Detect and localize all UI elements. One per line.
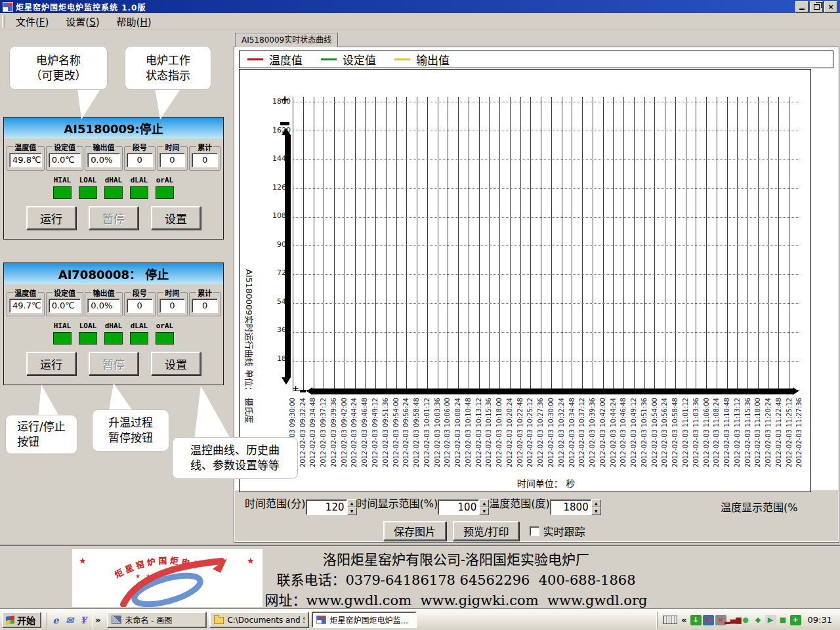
x-tick: 2012-02-03 10:42:00 [598, 398, 608, 475]
x-tick-label: 2012-02-03 10:49:12 [631, 398, 637, 467]
footer: ★ ★ 炬星窑炉国炬电炉 ★★★★★ 洛阳炬星窑炉有限公司-洛阳国炬实验电炉厂 … [0, 545, 840, 609]
furnace-control-button[interactable]: 设置 [151, 352, 201, 375]
spinner-value[interactable]: 1800 [550, 499, 591, 515]
x-tick: 2012-02-03 09:56:24 [401, 398, 411, 475]
spinner-label: 时间显示范围(%) [357, 495, 438, 511]
spin-up-icon[interactable] [479, 499, 489, 507]
alarm-lamp-icon [104, 332, 123, 345]
furnace-control-button[interactable]: 运行 [26, 352, 76, 375]
field-label: 设定值 [52, 287, 77, 298]
field-group: 时间 0 [157, 146, 188, 171]
furnace-control-button[interactable]: 暂停 [89, 206, 138, 230]
network-offline-icon[interactable]: × [703, 615, 714, 625]
alarm-lamp-icon [79, 186, 97, 199]
zoom-in-x-icon[interactable] [292, 383, 299, 393]
spin-down-icon[interactable] [591, 507, 601, 515]
furnace-status-header: AI7080008： 停止 [4, 263, 223, 284]
update-download-icon[interactable]: ↓ [690, 615, 702, 625]
spinner-value[interactable]: 120 [306, 499, 347, 515]
quick-launch-overflow-icon[interactable]: » [95, 615, 100, 625]
spin-up-icon[interactable] [347, 499, 357, 507]
title-bar: 炬星窑炉国炬电炉监控系统 1.0版 [0, 0, 840, 13]
save-image-button[interactable]: 保存图片 [383, 521, 446, 541]
start-button[interactable]: 开始 [2, 612, 41, 628]
zoom-in-y-icon[interactable] [280, 93, 289, 106]
x-tick-label: 2012-02-03 09:54:00 [393, 398, 400, 467]
messenger-icon[interactable]: ¥ [77, 614, 89, 626]
scroll-right-icon[interactable] [793, 387, 799, 395]
realtime-track-checkbox[interactable] [530, 526, 539, 536]
database-run-icon[interactable]: ▶ [765, 615, 776, 625]
legend-item: 温度值 [247, 51, 303, 68]
keyboard-layout-icon[interactable] [663, 616, 677, 624]
menu-item[interactable]: 设置(S) [59, 13, 106, 30]
spin-down-icon[interactable] [479, 507, 489, 515]
zoom-out-x-icon[interactable] [300, 390, 306, 392]
spinner-label: 温度范围(度) [489, 495, 550, 511]
taskbar-task-button[interactable]: 未命名 - 画图 [107, 612, 207, 628]
restore-button[interactable] [810, 1, 823, 12]
field-value: 0 [192, 153, 218, 167]
field-label: 累计 [196, 142, 213, 152]
spinner-input[interactable]: 1800 [550, 499, 601, 515]
contact-phone: 联系电话：0379-64186178 64562296 400-688-1868 [230, 570, 682, 591]
x-tick: 2012-02-03 11:03:36 [691, 398, 702, 475]
alarm-lamp-icon [156, 332, 174, 345]
spinner-input[interactable]: 100 [438, 499, 489, 515]
zoom-out-y-icon[interactable] [280, 122, 289, 125]
field-label: 时间 [163, 142, 180, 152]
legend-color-dash [321, 58, 337, 60]
furnace-control-button[interactable]: 设置 [151, 206, 201, 230]
field-value: 49.8℃ [9, 153, 42, 167]
minimize-button[interactable] [795, 1, 808, 12]
x-tick: 2012-02-03 11:15:36 [743, 398, 753, 475]
horizontal-axis-scrollbar[interactable] [312, 388, 793, 394]
internet-globe-icon[interactable]: ● [740, 615, 751, 625]
taskbar-task-button[interactable]: 炬星窑炉国炬电炉监... [312, 612, 417, 628]
x-tick: 2012-02-03 10:25:12 [526, 398, 536, 475]
vertical-axis-scrollbar[interactable] [285, 135, 291, 377]
scroll-left-icon[interactable] [306, 387, 312, 395]
spin-up-icon[interactable] [591, 499, 601, 507]
field-group: 累计 0 [189, 292, 220, 316]
spin-down-icon[interactable] [347, 507, 357, 515]
alarm-lamp-icon [130, 332, 148, 345]
x-tick-label: 2012-02-03 09:37:12 [320, 398, 327, 467]
field-group: 段号 0 [124, 146, 156, 171]
furnace-control-button[interactable]: 暂停 [89, 352, 138, 375]
mailbox-icon[interactable]: ■ [778, 615, 789, 625]
outlook-express-icon[interactable]: ✉ [64, 614, 75, 626]
menu-item[interactable]: 文件(F) [9, 13, 55, 30]
safety-plus-icon[interactable]: + [790, 615, 801, 625]
field-value: 0 [159, 153, 186, 167]
x-tick-label: 2012-02-03 11:03:36 [693, 398, 700, 467]
furnace-control-button[interactable]: 运行 [26, 206, 76, 230]
taskbar-task-button[interactable]: C:\Documents and Se... [209, 612, 309, 628]
spinner-input[interactable]: 120 [306, 499, 357, 515]
preview-print-button[interactable]: 预览/打印 [453, 521, 519, 541]
gridline [293, 217, 799, 218]
alarm-indicator: dHAL [104, 176, 123, 199]
ie-icon[interactable]: e [50, 614, 62, 626]
tray-chevron-icon[interactable]: « [681, 615, 686, 625]
scroll-down-icon[interactable] [282, 377, 291, 385]
x-tick-label: 2012-02-03 10:37:12 [579, 398, 585, 467]
realtime-track-option[interactable]: 实时跟踪 [530, 523, 585, 539]
furnace-panel-ai7080008: AI7080008： 停止 温度值 49.7℃ 设定值 0.0℃ 输出值 0.0… [3, 262, 224, 385]
signal-strength-icon[interactable]: ▂▄▆ [728, 615, 739, 625]
x-tick: 2012-02-03 10:20:24 [505, 398, 515, 475]
scroll-up-icon[interactable] [282, 128, 291, 135]
x-tick: 2012-02-03 10:27:36 [536, 398, 546, 475]
x-tick-label: 2012-02-03 10:56:24 [662, 398, 668, 467]
close-button[interactable] [824, 1, 837, 12]
antivirus-shield-icon[interactable]: ◆ [753, 615, 764, 625]
tab-realtime-curve[interactable]: AI5180009实时状态曲线 [235, 33, 338, 47]
callout-tail [155, 88, 181, 119]
menu-item[interactable]: 帮助(H) [110, 13, 158, 30]
spinner-value[interactable]: 100 [438, 499, 479, 515]
alarm-label: orAL [156, 322, 174, 330]
x-tick: 2012-02-03 10:15:36 [484, 398, 495, 475]
x-tick: 2012-02-03 09:54:00 [391, 398, 402, 475]
alarm-indicator: LOAL [79, 176, 97, 199]
x-tick-label: 2012-02-03 11:27:36 [796, 398, 803, 467]
